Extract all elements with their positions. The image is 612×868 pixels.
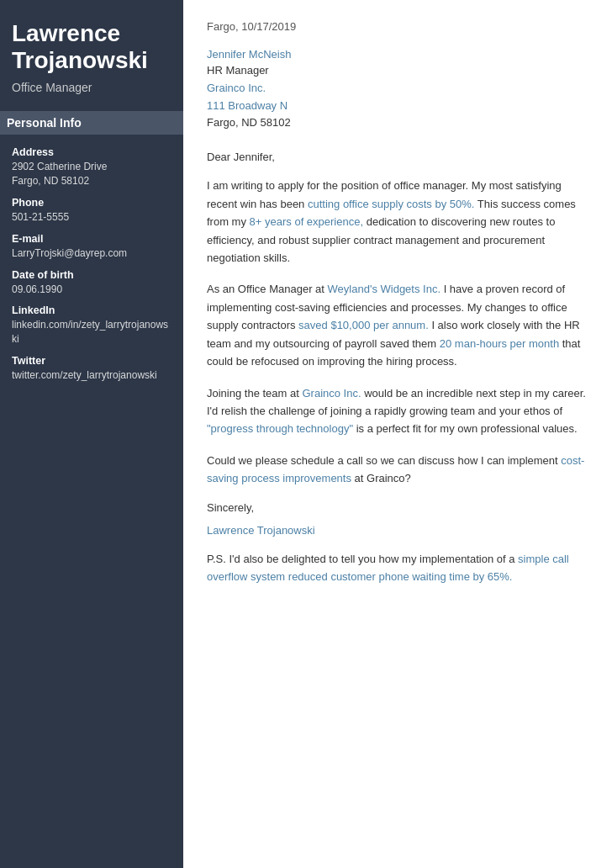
letter-paragraph-1: I am writing to apply for the position o… [207, 177, 588, 267]
letter-signature: Lawrence Trojanowski [207, 524, 588, 537]
recipient-street: 111 Broadway N [207, 98, 588, 115]
recipient-location: Fargo, ND 58102 [207, 114, 588, 132]
recipient-name: Jennifer McNeish [207, 48, 588, 61]
phone-label: Phone [12, 197, 171, 209]
letter-closing: Sincerely, [207, 501, 588, 514]
dob-label: Date of birth [12, 269, 171, 281]
personal-info-header: Personal Info [0, 111, 183, 135]
letter-paragraph-4: Could we please schedule a call so we ca… [207, 452, 588, 488]
recipient-company: Grainco Inc. [207, 80, 588, 98]
candidate-name: Lawrence Trojanowski [12, 20, 171, 74]
email-label: E-mail [12, 233, 171, 245]
twitter-value: twitter.com/zety_larrytrojanowski [12, 368, 171, 383]
letter-ps: P.S. I'd also be delighted to tell you h… [207, 550, 588, 586]
letter-paragraph-3: Joining the team at Grainco Inc. would b… [207, 384, 588, 438]
letter-content: Fargo, 10/17/2019 Jennifer McNeish HR Ma… [183, 0, 612, 868]
recipient-block: Jennifer McNeish HR Manager Grainco Inc.… [207, 48, 588, 132]
letter-paragraph-2: As an Office Manager at Weyland's Widget… [207, 280, 588, 370]
email-value: LarryTrojski@dayrep.com [12, 246, 171, 261]
linkedin-label: LinkedIn [12, 304, 171, 316]
twitter-label: Twitter [12, 355, 171, 367]
linkedin-value: linkedin.com/in/zety_larrytrojanowski [12, 318, 171, 347]
dob-value: 09.06.1990 [12, 283, 171, 297]
candidate-title: Office Manager [12, 81, 171, 94]
phone-value: 501-21-5555 [12, 210, 171, 225]
recipient-role: HR Manager [207, 62, 588, 80]
address-value: 2902 Catherine Drive Fargo, ND 58102 [12, 160, 171, 188]
letter-date: Fargo, 10/17/2019 [207, 20, 588, 33]
sidebar: Lawrence Trojanowski Office Manager Pers… [0, 0, 183, 868]
address-label: Address [12, 146, 171, 158]
letter-greeting: Dear Jennifer, [207, 151, 588, 163]
